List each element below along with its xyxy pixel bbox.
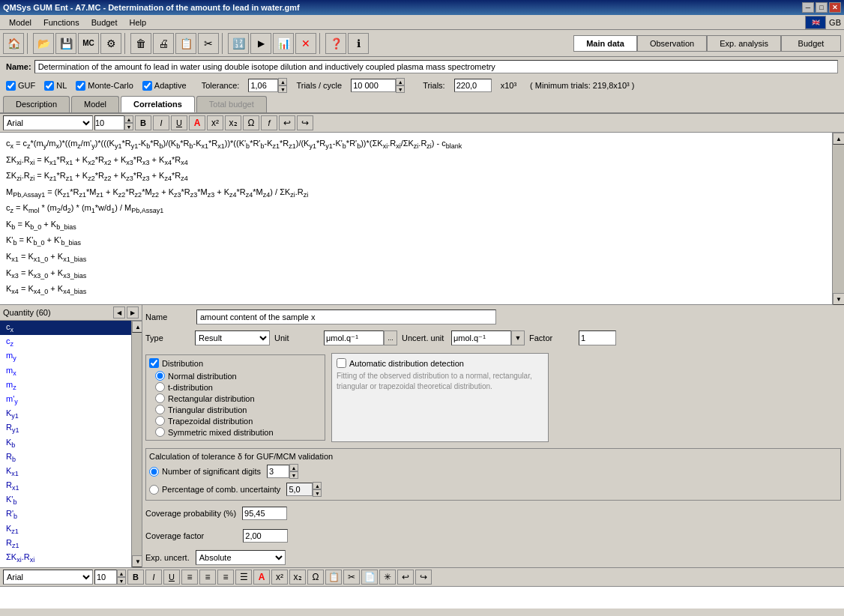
tolerance-up[interactable]: ▲	[278, 78, 287, 85]
info-button[interactable]: ℹ	[348, 33, 369, 54]
qty-item-rb[interactable]: Rb	[0, 450, 131, 465]
qty-item-sum-kxi-rxi[interactable]: ΣKxi.Rxi	[0, 551, 131, 565]
menu-budget[interactable]: Budget	[85, 16, 124, 28]
undo-button[interactable]: ↩	[279, 115, 295, 130]
prop-factor-input[interactable]	[579, 330, 616, 345]
tab-budget[interactable]: Budget	[781, 35, 841, 52]
sig-digits-input[interactable]	[267, 465, 289, 478]
font-size-up[interactable]: ▲	[124, 115, 133, 123]
qty-item-kz1[interactable]: Kz1	[0, 522, 131, 537]
adaptive-check[interactable]: Adaptive	[142, 81, 187, 91]
bottom-font-up[interactable]: ▲	[117, 570, 126, 577]
trials-cycle-input[interactable]	[351, 79, 396, 92]
menu-help[interactable]: Help	[124, 16, 153, 28]
menu-model[interactable]: Model	[3, 16, 37, 28]
scroll-track[interactable]	[833, 145, 844, 293]
qty-item-k-prime-b[interactable]: K'b	[0, 493, 131, 507]
qty-item-m-prime-y[interactable]: m'y	[0, 393, 131, 407]
qty-item-ry1[interactable]: Ry1	[0, 421, 131, 435]
guf-check[interactable]: GUF	[6, 81, 35, 91]
bottom-omega-btn[interactable]: Ω	[307, 570, 324, 585]
report-button[interactable]: MC	[78, 33, 99, 54]
radio-t[interactable]: t-distribution	[155, 382, 322, 392]
trials-cycle-up[interactable]: ▲	[396, 78, 405, 85]
qty-item-r-prime-b[interactable]: R'b	[0, 507, 131, 522]
redo-button[interactable]: ↪	[297, 115, 313, 130]
auto-detect-checkbox[interactable]	[337, 358, 346, 368]
close-button[interactable]: ✕	[829, 2, 841, 13]
prop-type-select[interactable]: Result	[195, 330, 270, 345]
maximize-button[interactable]: □	[816, 2, 828, 13]
pct-uncert-up[interactable]: ▲	[313, 482, 322, 489]
qty-item-cx[interactable]: cx	[0, 321, 131, 335]
tab-correlations[interactable]: Correlations	[121, 96, 195, 112]
qty-scroll-up[interactable]: ▲	[132, 321, 142, 333]
bottom-font-size[interactable]	[94, 570, 117, 585]
coverage-prob-input[interactable]	[242, 507, 287, 520]
qty-scroll-track[interactable]	[132, 333, 142, 555]
font-size-down[interactable]: ▼	[124, 123, 133, 130]
qty-nav-left[interactable]: ◀	[113, 307, 125, 318]
radio-normal[interactable]: Normal distribution	[155, 371, 322, 381]
uncert-unit-browse-btn[interactable]: ▼	[511, 330, 525, 345]
formula-area[interactable]: cx = cz*(my/mx)*((mz/m'y)*(((Ky1*Ry1-Kb*…	[0, 133, 832, 305]
monte-carlo-checkbox[interactable]	[76, 81, 85, 91]
new-button[interactable]: 🏠	[3, 33, 24, 54]
print-button[interactable]: 🖨	[153, 33, 174, 54]
prop-name-input[interactable]	[196, 309, 496, 324]
cut-button[interactable]: ✂	[198, 33, 219, 54]
qty-item-my[interactable]: my	[0, 349, 131, 363]
formula-scrollbar[interactable]: ▲ ▼	[832, 133, 844, 305]
monte-carlo-check[interactable]: Monte-Carlo	[76, 81, 133, 91]
bottom-italic-btn[interactable]: I	[145, 570, 162, 585]
bottom-font-select[interactable]: Arial	[3, 570, 93, 585]
bottom-underline-btn[interactable]: U	[163, 570, 180, 585]
bottom-redo-btn[interactable]: ↪	[415, 570, 432, 585]
bottom-font-down[interactable]: ▼	[117, 577, 126, 585]
help-button[interactable]: ❓	[325, 33, 346, 54]
qty-item-mx[interactable]: mx	[0, 364, 131, 378]
tab-exp-analysis[interactable]: Exp. analysis	[707, 35, 781, 52]
tab-total-budget[interactable]: Total budget	[196, 96, 267, 112]
calc-button[interactable]: 🔢	[228, 33, 249, 54]
delete-button[interactable]: 🗑	[130, 33, 151, 54]
unit-browse-btn[interactable]: ...	[384, 330, 397, 345]
nl-check[interactable]: NL	[44, 81, 67, 91]
pct-uncert-input[interactable]	[286, 483, 313, 496]
radio-trapezoidal[interactable]: Trapezoidal distribution	[155, 416, 322, 426]
bottom-font-color-btn[interactable]: A	[253, 570, 270, 585]
scroll-up-btn[interactable]: ▲	[833, 133, 844, 145]
bold-button[interactable]: B	[135, 115, 151, 130]
bottom-paste-btn[interactable]: 📄	[361, 570, 378, 585]
bottom-undo-btn[interactable]: ↩	[397, 570, 414, 585]
qty-item-kb[interactable]: Kb	[0, 436, 131, 450]
function-button[interactable]: f	[261, 115, 277, 130]
stop-button[interactable]: ✕	[295, 33, 316, 54]
italic-button[interactable]: I	[153, 115, 169, 130]
bottom-special-btn[interactable]: ✳	[379, 570, 396, 585]
settings-button[interactable]: ⚙	[100, 33, 121, 54]
bottom-sub-btn[interactable]: x₂	[289, 570, 306, 585]
distribution-checkbox[interactable]	[149, 358, 159, 368]
tab-description[interactable]: Description	[3, 96, 70, 112]
open-button[interactable]: 📂	[33, 33, 54, 54]
tolerance-down[interactable]: ▼	[278, 85, 287, 93]
sig-digits-up[interactable]: ▲	[289, 464, 298, 471]
font-color-button[interactable]: A	[189, 115, 205, 130]
trials-value-input[interactable]	[454, 79, 492, 92]
tab-observation[interactable]: Observation	[637, 35, 707, 52]
minimize-button[interactable]: ─	[802, 2, 814, 13]
qty-nav-right[interactable]: ▶	[127, 307, 139, 318]
tab-model[interactable]: Model	[71, 96, 119, 112]
font-select[interactable]: Arial	[3, 115, 93, 130]
bottom-copy-btn[interactable]: 📋	[325, 570, 342, 585]
qty-item-cz[interactable]: cz	[0, 335, 131, 349]
bottom-align-right-btn[interactable]: ≡	[217, 570, 234, 585]
radio-triangular[interactable]: Triangular distribution	[155, 405, 322, 414]
tolerance-input[interactable]	[248, 79, 278, 92]
bottom-list-btn[interactable]: ☰	[235, 570, 252, 585]
tab-main-data[interactable]: Main data	[573, 35, 637, 52]
radio-rectangular[interactable]: Rectangular distribution	[155, 393, 322, 403]
prop-unit-input[interactable]	[324, 330, 384, 345]
qty-item-rz1[interactable]: Rz1	[0, 537, 131, 551]
